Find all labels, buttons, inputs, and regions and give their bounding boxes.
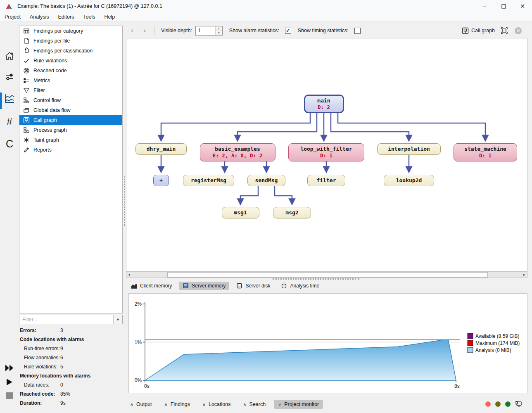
scrollbar-thumb[interactable] (167, 272, 488, 278)
memory-usage-plot: 0%1%2%0s8sAvailable (8.59 GiB)Maximum (1… (129, 294, 527, 393)
sidebar-item-metrics[interactable]: Metrics (19, 76, 122, 85)
sidebar-item-reports[interactable]: Reports (19, 145, 122, 155)
graph-node-state_machine[interactable]: state_machineD: 1 (454, 143, 517, 161)
graph-node-msg1[interactable]: msg1 (222, 207, 259, 218)
graph-node-interpolation[interactable]: interpolation (377, 143, 441, 155)
graph-edge-sendMsg-msg1 (240, 186, 258, 204)
legend-swatch (468, 347, 473, 353)
status-dot (485, 401, 491, 407)
graph-node-main[interactable]: mainD: 2 (304, 95, 344, 113)
stop-icon[interactable] (0, 392, 19, 399)
stat-row: Duration:9s (19, 399, 123, 408)
tab-findings[interactable]: ∧Findings (160, 400, 194, 409)
stat-row: Run-time errors:9 (19, 344, 123, 353)
alarm-stats-checkbox[interactable]: ✓ (285, 28, 291, 34)
tab-server-disk[interactable]: Server disk (233, 282, 274, 290)
stat-row: Flow anomalies:6 (19, 353, 123, 362)
minimize-button[interactable]: – (475, 0, 494, 12)
asterisk-icon (23, 137, 30, 144)
fullscreen-icon[interactable] (501, 27, 508, 34)
stat-value: 6 (60, 355, 63, 361)
graph-node-filter[interactable]: filter (307, 175, 345, 186)
alarm-stats-label: Show alarm statistics: (229, 28, 279, 33)
grid-hash-icon[interactable]: # (0, 114, 19, 129)
graph-node-basic_examples[interactable]: basic_examplesE: 2, A: 8, D: 2 (200, 143, 276, 161)
forward-button[interactable]: › (138, 26, 151, 35)
sidebar-item-taint-graph[interactable]: Taint graph (19, 135, 122, 145)
node-label: registerMsg (191, 177, 226, 184)
sidebar-item-label: Metrics (33, 78, 50, 83)
maximize-button[interactable] (494, 0, 513, 12)
menu-bar: ProjectAnalysisEditorsToolsHelp (0, 12, 532, 21)
scroll-left-icon[interactable]: ◄ (126, 272, 132, 278)
graph-node-lookup2d[interactable]: lookup2d (384, 175, 434, 186)
title-bar: Example: The basics (1) - Astrée for C (… (0, 0, 532, 12)
node-label: basic_examples (215, 146, 260, 152)
graph-node-dhry_main[interactable]: dhry_main (135, 143, 187, 155)
sidebar-item-control-flow[interactable]: Control flow (19, 95, 122, 105)
home-icon[interactable] (0, 48, 19, 64)
sidebar-item-global-data-flow[interactable]: Global data flow (19, 105, 122, 115)
menu-item-analysis[interactable]: Analysis (25, 12, 54, 21)
tab-label: Client memory (140, 283, 172, 289)
timing-stats-checkbox[interactable] (354, 28, 361, 34)
tab-output[interactable]: ∧Output (126, 400, 156, 409)
graph-node-plus[interactable]: + (153, 175, 169, 186)
legend-swatch (468, 333, 473, 339)
chevron-down-icon[interactable]: ▼ (113, 315, 122, 324)
vertical-splitter-grip[interactable] (124, 176, 125, 226)
graph-horizontal-scrollbar[interactable]: ◄ ► (126, 272, 527, 278)
visible-depth-spinner[interactable]: 1 ▲ ▼ (195, 26, 223, 36)
graph-node-msg2[interactable]: msg2 (273, 207, 311, 218)
menu-item-help[interactable]: Help (100, 12, 120, 21)
menu-item-project[interactable]: Project (0, 12, 25, 21)
sidebar-item-call-graph[interactable]: Call graph (19, 115, 122, 125)
scroll-right-icon[interactable]: ► (522, 272, 527, 278)
node-label: lookup2d (396, 177, 422, 184)
charts-icon[interactable] (0, 90, 19, 106)
menu-item-editors[interactable]: Editors (53, 12, 78, 21)
tab-search[interactable]: ∧Search (239, 400, 270, 409)
menu-item-tools[interactable]: Tools (78, 12, 100, 21)
tab-analysis-time[interactable]: Analysis time (277, 281, 323, 290)
spinner-down-icon[interactable]: ▼ (216, 31, 222, 35)
c-language-icon[interactable]: C (0, 136, 19, 152)
close-view-icon[interactable]: ✕ (515, 27, 522, 34)
node-stats: E: 2, A: 8, D: 2 (213, 152, 262, 159)
sidebar-item-findings-per-file[interactable]: Findings per file (19, 36, 122, 46)
fast-forward-icon[interactable] (0, 364, 19, 372)
graph-node-sendMsg[interactable]: sendMsg (247, 175, 285, 186)
tab-server-memory[interactable]: Server memory (179, 282, 229, 290)
sidebar-item-reached-code[interactable]: Reached code (19, 66, 122, 76)
stat-label: Rule violations: (19, 364, 60, 370)
legend-label: Available (8.59 GiB) (475, 333, 520, 339)
spinner-up-icon[interactable]: ▲ (216, 26, 222, 31)
tab-locations[interactable]: ∧Locations (198, 400, 235, 409)
close-button[interactable]: ✕ (513, 0, 532, 12)
sidebar-item-process-graph[interactable]: Process graph (19, 125, 122, 135)
sidebar-item-findings-per-classification[interactable]: Findings per classification (19, 46, 122, 56)
sidebar-item-label: Findings per category (33, 28, 83, 34)
sidebar-item-rule-violations[interactable]: Rule violations (19, 56, 122, 66)
graph-node-registerMsg[interactable]: registerMsg (183, 175, 234, 186)
back-button[interactable]: ‹ (126, 26, 138, 35)
stat-row: Data races:0 (19, 380, 123, 389)
tab-project-monitor[interactable]: ∨Project monitor (274, 400, 323, 409)
sidebar-item-findings-per-category[interactable]: Findings per category (19, 26, 122, 36)
node-label: filter (317, 177, 336, 184)
graph-node-loop_with_filter[interactable]: loop_with_filterD: 1 (288, 143, 364, 161)
call-graph-canvas[interactable]: mainD: 2dhry_mainbasic_examplesE: 2, A: … (126, 38, 527, 272)
tab-label: Project monitor (284, 401, 319, 407)
tab-client-memory[interactable]: Client memory (127, 282, 176, 290)
tool-strip: # C (0, 21, 19, 413)
horizontal-splitter-grip[interactable] (273, 278, 359, 280)
node-stats: D: 1 (479, 152, 492, 159)
sliders-icon[interactable] (0, 69, 19, 85)
play-icon[interactable] (0, 378, 19, 386)
chevron-up-icon: ∧ (243, 402, 246, 407)
filter-combobox[interactable]: Filter... ▼ (19, 315, 123, 324)
sidebar-item-filter[interactable]: Filter (19, 85, 122, 95)
visible-depth-value[interactable]: 1 (196, 26, 215, 35)
stat-value: 85% (60, 391, 70, 397)
sidebar-item-label: Rule violations (33, 58, 67, 64)
